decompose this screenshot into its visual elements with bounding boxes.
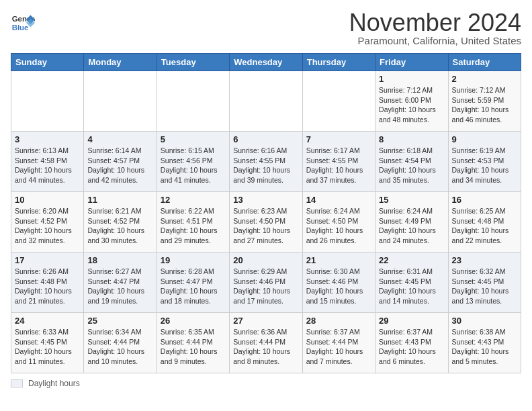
day-info: Sunrise: 6:15 AM Sunset: 4:56 PM Dayligh… bbox=[161, 146, 226, 185]
header: General Blue November 2024 Paramount, Ca… bbox=[11, 11, 521, 46]
calendar-cell: 15Sunrise: 6:24 AM Sunset: 4:49 PM Dayli… bbox=[375, 192, 448, 253]
day-info: Sunrise: 6:37 AM Sunset: 4:44 PM Dayligh… bbox=[306, 327, 371, 367]
calendar-cell: 1Sunrise: 7:12 AM Sunset: 6:00 PM Daylig… bbox=[375, 71, 448, 132]
week-row-2: 3Sunrise: 6:13 AM Sunset: 4:58 PM Daylig… bbox=[11, 132, 521, 192]
day-number: 29 bbox=[379, 316, 444, 326]
day-number: 10 bbox=[15, 195, 80, 205]
day-number: 8 bbox=[379, 134, 444, 144]
calendar-cell: 9Sunrise: 6:19 AM Sunset: 4:53 PM Daylig… bbox=[448, 132, 521, 192]
calendar-cell: 19Sunrise: 6:28 AM Sunset: 4:47 PM Dayli… bbox=[157, 253, 229, 313]
calendar-cell: 25Sunrise: 6:34 AM Sunset: 4:44 PM Dayli… bbox=[84, 313, 157, 373]
day-number: 17 bbox=[15, 255, 80, 265]
logo: General Blue bbox=[11, 11, 35, 35]
day-info: Sunrise: 6:20 AM Sunset: 4:52 PM Dayligh… bbox=[15, 206, 80, 246]
calendar-cell bbox=[230, 71, 302, 132]
month-title: November 2024 bbox=[349, 11, 521, 35]
day-info: Sunrise: 6:26 AM Sunset: 4:48 PM Dayligh… bbox=[15, 267, 80, 306]
calendar-cell: 13Sunrise: 6:23 AM Sunset: 4:50 PM Dayli… bbox=[230, 192, 302, 253]
day-number: 21 bbox=[306, 255, 371, 265]
day-number: 24 bbox=[15, 316, 80, 326]
calendar-cell bbox=[11, 71, 84, 132]
calendar-cell: 23Sunrise: 6:32 AM Sunset: 4:45 PM Dayli… bbox=[448, 253, 521, 313]
calendar-cell: 2Sunrise: 7:12 AM Sunset: 5:59 PM Daylig… bbox=[448, 71, 521, 132]
calendar-cell: 3Sunrise: 6:13 AM Sunset: 4:58 PM Daylig… bbox=[11, 132, 84, 192]
column-header-wednesday: Wednesday bbox=[230, 54, 302, 71]
day-info: Sunrise: 6:17 AM Sunset: 4:55 PM Dayligh… bbox=[306, 146, 371, 185]
column-header-sunday: Sunday bbox=[11, 54, 84, 71]
day-info: Sunrise: 6:13 AM Sunset: 4:58 PM Dayligh… bbox=[15, 146, 80, 185]
location-title: Paramount, California, United States bbox=[349, 35, 521, 46]
day-number: 9 bbox=[452, 134, 517, 144]
calendar-cell: 22Sunrise: 6:31 AM Sunset: 4:45 PM Dayli… bbox=[375, 253, 448, 313]
day-info: Sunrise: 6:29 AM Sunset: 4:46 PM Dayligh… bbox=[233, 267, 298, 306]
day-info: Sunrise: 6:23 AM Sunset: 4:50 PM Dayligh… bbox=[233, 206, 298, 246]
day-info: Sunrise: 6:30 AM Sunset: 4:46 PM Dayligh… bbox=[306, 267, 371, 306]
calendar-cell: 14Sunrise: 6:24 AM Sunset: 4:50 PM Dayli… bbox=[302, 192, 375, 253]
day-info: Sunrise: 6:34 AM Sunset: 4:44 PM Dayligh… bbox=[87, 327, 152, 367]
calendar-cell: 27Sunrise: 6:36 AM Sunset: 4:44 PM Dayli… bbox=[230, 313, 302, 373]
day-info: Sunrise: 6:21 AM Sunset: 4:52 PM Dayligh… bbox=[87, 206, 152, 246]
column-header-tuesday: Tuesday bbox=[157, 54, 229, 71]
calendar-cell: 26Sunrise: 6:35 AM Sunset: 4:44 PM Dayli… bbox=[157, 313, 229, 373]
day-info: Sunrise: 6:27 AM Sunset: 4:47 PM Dayligh… bbox=[87, 267, 152, 306]
day-number: 28 bbox=[306, 316, 371, 326]
day-info: Sunrise: 6:37 AM Sunset: 4:43 PM Dayligh… bbox=[379, 327, 444, 367]
calendar-cell bbox=[302, 71, 375, 132]
title-block: November 2024 Paramount, California, Uni… bbox=[349, 11, 521, 46]
calendar-cell bbox=[157, 71, 229, 132]
day-number: 25 bbox=[87, 316, 152, 326]
day-number: 23 bbox=[452, 255, 517, 265]
logo-icon: General Blue bbox=[11, 11, 35, 35]
legend-box bbox=[11, 379, 23, 387]
day-info: Sunrise: 6:38 AM Sunset: 4:43 PM Dayligh… bbox=[452, 327, 517, 367]
column-header-monday: Monday bbox=[84, 54, 157, 71]
day-number: 14 bbox=[306, 195, 371, 205]
day-number: 19 bbox=[161, 255, 226, 265]
day-number: 15 bbox=[379, 195, 444, 205]
calendar-cell: 29Sunrise: 6:37 AM Sunset: 4:43 PM Dayli… bbox=[375, 313, 448, 373]
day-number: 27 bbox=[233, 316, 298, 326]
day-info: Sunrise: 6:24 AM Sunset: 4:50 PM Dayligh… bbox=[306, 206, 371, 246]
calendar-cell: 16Sunrise: 6:25 AM Sunset: 4:48 PM Dayli… bbox=[448, 192, 521, 253]
day-info: Sunrise: 6:22 AM Sunset: 4:51 PM Dayligh… bbox=[161, 206, 226, 246]
day-info: Sunrise: 6:24 AM Sunset: 4:49 PM Dayligh… bbox=[379, 206, 444, 246]
calendar-cell: 20Sunrise: 6:29 AM Sunset: 4:46 PM Dayli… bbox=[230, 253, 302, 313]
day-info: Sunrise: 6:28 AM Sunset: 4:47 PM Dayligh… bbox=[161, 267, 226, 306]
day-number: 20 bbox=[233, 255, 298, 265]
day-info: Sunrise: 7:12 AM Sunset: 5:59 PM Dayligh… bbox=[452, 85, 517, 125]
day-number: 3 bbox=[15, 134, 80, 144]
calendar-cell: 28Sunrise: 6:37 AM Sunset: 4:44 PM Dayli… bbox=[302, 313, 375, 373]
day-info: Sunrise: 6:33 AM Sunset: 4:45 PM Dayligh… bbox=[15, 327, 80, 367]
legend-label: Daylight hours bbox=[28, 379, 80, 388]
column-header-saturday: Saturday bbox=[448, 54, 521, 71]
calendar-cell: 12Sunrise: 6:22 AM Sunset: 4:51 PM Dayli… bbox=[157, 192, 229, 253]
calendar-table: SundayMondayTuesdayWednesdayThursdayFrid… bbox=[11, 53, 521, 373]
calendar-cell: 8Sunrise: 6:18 AM Sunset: 4:54 PM Daylig… bbox=[375, 132, 448, 192]
day-number: 30 bbox=[452, 316, 517, 326]
day-info: Sunrise: 6:19 AM Sunset: 4:53 PM Dayligh… bbox=[452, 146, 517, 185]
day-number: 6 bbox=[233, 134, 298, 144]
calendar-cell: 11Sunrise: 6:21 AM Sunset: 4:52 PM Dayli… bbox=[84, 192, 157, 253]
legend: Daylight hours bbox=[11, 379, 521, 388]
day-number: 7 bbox=[306, 134, 371, 144]
day-info: Sunrise: 6:31 AM Sunset: 4:45 PM Dayligh… bbox=[379, 267, 444, 306]
calendar-cell: 4Sunrise: 6:14 AM Sunset: 4:57 PM Daylig… bbox=[84, 132, 157, 192]
day-info: Sunrise: 6:35 AM Sunset: 4:44 PM Dayligh… bbox=[161, 327, 226, 367]
day-number: 5 bbox=[161, 134, 226, 144]
week-row-3: 10Sunrise: 6:20 AM Sunset: 4:52 PM Dayli… bbox=[11, 192, 521, 253]
svg-text:Blue: Blue bbox=[12, 24, 29, 32]
day-info: Sunrise: 6:14 AM Sunset: 4:57 PM Dayligh… bbox=[87, 146, 152, 185]
day-info: Sunrise: 6:36 AM Sunset: 4:44 PM Dayligh… bbox=[233, 327, 298, 367]
calendar-cell: 6Sunrise: 6:16 AM Sunset: 4:55 PM Daylig… bbox=[230, 132, 302, 192]
day-number: 4 bbox=[87, 134, 152, 144]
column-header-thursday: Thursday bbox=[302, 54, 375, 71]
day-info: Sunrise: 7:12 AM Sunset: 6:00 PM Dayligh… bbox=[379, 85, 444, 125]
day-info: Sunrise: 6:32 AM Sunset: 4:45 PM Dayligh… bbox=[452, 267, 517, 306]
calendar-cell: 5Sunrise: 6:15 AM Sunset: 4:56 PM Daylig… bbox=[157, 132, 229, 192]
calendar-header-row: SundayMondayTuesdayWednesdayThursdayFrid… bbox=[11, 54, 521, 71]
day-number: 11 bbox=[87, 195, 152, 205]
calendar-cell bbox=[84, 71, 157, 132]
calendar-cell: 7Sunrise: 6:17 AM Sunset: 4:55 PM Daylig… bbox=[302, 132, 375, 192]
calendar-cell: 24Sunrise: 6:33 AM Sunset: 4:45 PM Dayli… bbox=[11, 313, 84, 373]
day-number: 26 bbox=[161, 316, 226, 326]
